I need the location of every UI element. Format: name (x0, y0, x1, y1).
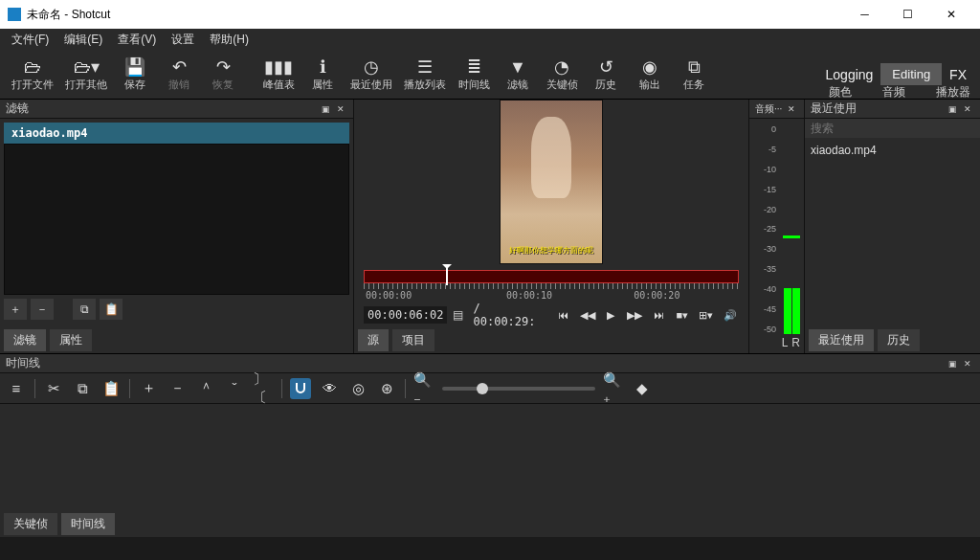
filter-clip-item[interactable]: xiaodao.mp4 (4, 123, 349, 144)
menu-edit[interactable]: 编辑(E) (56, 30, 110, 50)
recent-item[interactable]: xiaodao.mp4 (811, 142, 974, 159)
cut-button[interactable]: ✂ (43, 378, 64, 399)
overwrite-button[interactable]: ˇ (224, 378, 245, 399)
tab-filters[interactable]: 滤镜 (4, 329, 46, 351)
menu-settings[interactable]: 设置 (164, 30, 202, 50)
undo-icon: ↶ (172, 56, 187, 78)
skip-end-button[interactable]: ⏭ (650, 305, 668, 325)
label-player[interactable]: 播放器 (936, 84, 970, 101)
history-button[interactable]: ↺历史 (584, 52, 628, 98)
menu-view[interactable]: 查看(V) (110, 30, 164, 50)
tab-properties[interactable]: 属性 (50, 329, 92, 351)
timecode-spinner-icon[interactable]: ▤ (453, 308, 463, 322)
current-timecode[interactable]: 00:00:06:02 (364, 306, 447, 324)
tab-project[interactable]: 项目 (392, 329, 434, 351)
lift-button[interactable]: ＾ (195, 378, 216, 399)
upper-row: 滤镜 ▣ ✕ xiaodao.mp4 ＋ － ⧉ 📋 滤镜 属性 好啊那你想学哪… (0, 100, 980, 353)
zoom-fit-button[interactable]: ■▾ (673, 305, 691, 325)
zoom-fit-button[interactable]: ◆ (632, 378, 653, 399)
properties-button[interactable]: ℹ属性 (301, 52, 345, 98)
playback-controls: 00:00:06:02 ▤ / 00:00:29: ⏮ ◀◀ ▶ ▶▶ ⏭ ■▾… (354, 302, 748, 327)
timeline-tracks-area[interactable] (0, 404, 980, 511)
stopwatch-icon: ◔ (554, 56, 569, 78)
copy-filter-button[interactable]: ⧉ (73, 299, 96, 320)
copy-button[interactable]: ⧉ (72, 378, 93, 399)
ripple-button[interactable]: ◎ (347, 378, 368, 399)
panel-close-icon[interactable]: ✕ (785, 102, 798, 116)
maximize-button[interactable]: ☐ (886, 0, 929, 29)
scrub-button[interactable]: 👁 (319, 378, 340, 399)
preview-panel: 好啊那你想学哪方面的呢 00:00:00 00:00:10 00:00:20 0… (354, 100, 748, 353)
forward-button[interactable]: ▶▶ (626, 305, 644, 325)
zoom-slider[interactable] (442, 387, 595, 391)
menu-file[interactable]: 文件(F) (4, 30, 56, 50)
preview-ruler[interactable]: 00:00:00 00:00:10 00:00:20 (364, 268, 739, 289)
timeline-panel-title: 时间线 (6, 355, 944, 371)
timeline-toolbar: ≡ ✂ ⧉ 📋 ＋ － ＾ ˇ 〕〔 👁 ◎ ⊛ 🔍₋ 🔍₊ ◆ (0, 373, 980, 404)
add-filter-button[interactable]: ＋ (4, 299, 27, 320)
save-button[interactable]: 💾保存 (113, 52, 157, 98)
grid-button[interactable]: ⊞▾ (697, 305, 715, 325)
ruler-time-1: 00:00:10 (506, 290, 552, 301)
append-button[interactable]: ＋ (138, 378, 159, 399)
keyframes-button[interactable]: ◔关键侦 (540, 52, 584, 98)
remove-filter-button[interactable]: － (31, 299, 54, 320)
panel-close-icon[interactable]: ✕ (961, 102, 974, 116)
jobs-button[interactable]: ⧉任务 (672, 52, 716, 98)
remove-button[interactable]: － (167, 378, 188, 399)
open-other-button[interactable]: 🗁▾打开其他 (59, 52, 113, 98)
play-button[interactable]: ▶ (602, 305, 620, 325)
timeline-panel: 时间线 ▣ ✕ ≡ ✂ ⧉ 📋 ＋ － ＾ ˇ 〕〔 👁 ◎ ⊛ 🔍₋ 🔍₊ ◆… (0, 353, 980, 537)
peak-meter-button[interactable]: ▮▮▮峰值表 (256, 52, 301, 98)
ripple-all-button[interactable]: ⊛ (376, 378, 397, 399)
redo-button[interactable]: ↷恢复 (201, 52, 245, 98)
filters-button[interactable]: ▼滤镜 (496, 52, 540, 98)
undo-button[interactable]: ↶撤销 (157, 52, 201, 98)
snap-button[interactable] (290, 378, 311, 399)
editing-button[interactable]: Editing (880, 63, 942, 85)
paste-filter-button[interactable]: 📋 (100, 299, 122, 320)
playlist-button[interactable]: ☰播放列表 (398, 52, 452, 98)
folder-icon: 🗁 (24, 56, 41, 78)
title-bar: 未命名 - Shotcut ─ ☐ ✕ (0, 0, 980, 29)
clock-icon: ◷ (364, 56, 379, 78)
panel-undock-icon[interactable]: ▣ (946, 357, 959, 370)
list-icon: ☰ (417, 56, 433, 78)
audio-meter-panel: 音频··· ✕ 0-5-10-15-20-25-30-35-40-45-50 L… (748, 100, 804, 353)
label-audio[interactable]: 音频 (882, 84, 905, 101)
minimize-button[interactable]: ─ (843, 0, 886, 29)
label-color[interactable]: 颜色 (829, 84, 852, 101)
recent-panel: 最近使用 ▣ ✕ xiaodao.mp4 最近使用 历史 (804, 100, 980, 353)
tab-history[interactable]: 历史 (878, 329, 920, 351)
app-logo-icon (8, 8, 21, 21)
tab-keyframes[interactable]: 关键侦 (4, 513, 57, 535)
export-button[interactable]: ◉输出 (628, 52, 672, 98)
tasks-icon: ⧉ (688, 56, 701, 78)
panel-undock-icon[interactable]: ▣ (946, 102, 959, 116)
menu-help[interactable]: 帮助(H) (202, 30, 256, 50)
split-button[interactable]: 〕〔 (253, 378, 274, 399)
panel-close-icon[interactable]: ✕ (334, 102, 347, 116)
rewind-button[interactable]: ◀◀ (578, 305, 596, 325)
zoom-out-button[interactable]: 🔍₋ (413, 378, 434, 399)
tab-timeline[interactable]: 时间线 (61, 513, 115, 535)
open-file-button[interactable]: 🗁打开文件 (6, 52, 59, 98)
video-preview[interactable]: 好啊那你想学哪方面的呢 (354, 100, 748, 264)
recent-button[interactable]: ◷最近使用 (345, 52, 398, 98)
tab-source[interactable]: 源 (358, 329, 389, 351)
timeline-menu-button[interactable]: ≡ (6, 378, 27, 399)
recent-search-input[interactable] (811, 122, 974, 135)
timeline-button[interactable]: ≣时间线 (452, 52, 496, 98)
save-icon: 💾 (124, 56, 145, 78)
paste-button[interactable]: 📋 (100, 378, 122, 399)
audio-panel-title: 音频··· (755, 102, 783, 116)
folder-plus-icon: 🗁▾ (74, 56, 100, 78)
volume-button[interactable]: 🔊 (721, 305, 739, 325)
tab-recent[interactable]: 最近使用 (809, 329, 874, 351)
recent-panel-title: 最近使用 (811, 101, 944, 117)
close-button[interactable]: ✕ (929, 0, 972, 29)
skip-start-button[interactable]: ⏮ (554, 305, 572, 325)
panel-close-icon[interactable]: ✕ (961, 357, 974, 370)
panel-undock-icon[interactable]: ▣ (319, 102, 332, 116)
zoom-in-button[interactable]: 🔍₊ (603, 378, 624, 399)
